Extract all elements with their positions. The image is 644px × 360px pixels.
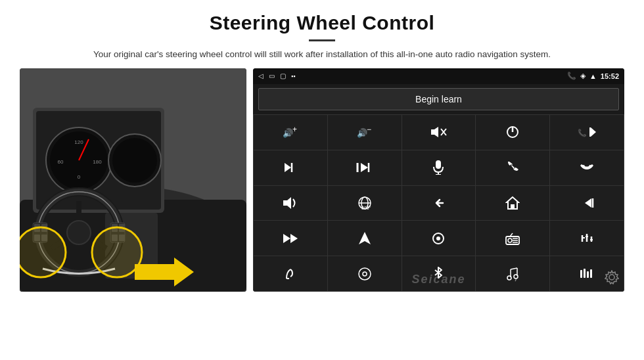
signal-bars-icon: ▪▪ — [291, 73, 295, 79]
360-view-btn[interactable]: 360° — [328, 186, 402, 221]
svg-text:−: − — [367, 125, 371, 134]
location-icon: ◈ — [580, 72, 586, 80]
svg-point-87 — [507, 276, 511, 280]
mute-btn[interactable] — [402, 115, 476, 150]
svg-rect-61 — [511, 204, 515, 209]
music-btn[interactable]: ♪ — [476, 256, 549, 291]
time-display: 15:52 — [601, 72, 619, 80]
navigate-btn[interactable] — [328, 221, 402, 256]
svg-text:180: 180 — [93, 159, 102, 165]
svg-point-70 — [508, 238, 512, 242]
page-title: Steering Wheel Control — [26, 12, 618, 34]
speaker-btn[interactable] — [254, 186, 327, 221]
settings-btn[interactable] — [328, 256, 402, 291]
title-divider — [309, 39, 335, 41]
back-nav-btn[interactable] — [402, 186, 476, 221]
status-icons-right: 📞 ◈ ▲ 15:52 — [567, 72, 619, 80]
controls-grid: 🔊+ 🔊− — [253, 114, 624, 292]
svg-rect-91 — [584, 269, 586, 278]
svg-marker-45 — [591, 127, 596, 137]
svg-marker-50 — [361, 163, 368, 172]
phone-icon: 📞 — [567, 72, 576, 80]
radio-btn[interactable] — [476, 221, 549, 256]
vol-down-btn[interactable]: 🔊− — [328, 115, 402, 150]
wifi-icon: ▲ — [589, 72, 597, 80]
prev-prev-btn[interactable] — [550, 186, 624, 221]
svg-point-82 — [359, 268, 371, 280]
phone-call-btn[interactable] — [476, 150, 549, 185]
hang-up-btn[interactable] — [550, 150, 624, 185]
svg-point-33 — [92, 227, 142, 277]
page-container: Steering Wheel Control Your original car… — [0, 0, 644, 360]
svg-marker-39 — [431, 127, 438, 137]
svg-point-32 — [20, 227, 66, 277]
content-area: 120 60 180 0 — [0, 68, 644, 360]
car-image-panel: 120 60 180 0 — [20, 68, 246, 292]
home-nav-icon: ▭ — [269, 72, 275, 79]
eq-btn[interactable] — [550, 221, 624, 256]
svg-point-13 — [112, 138, 157, 183]
fast-fwd-btn[interactable] — [254, 221, 327, 256]
status-icons-left: ◁ ▭ ▢ ▪▪ — [258, 72, 295, 79]
svg-text:60: 60 — [58, 159, 64, 165]
vol-up-btn[interactable]: 🔊+ — [254, 115, 327, 150]
svg-marker-47 — [285, 163, 291, 172]
svg-point-94 — [609, 275, 614, 280]
back-icon: ◁ — [258, 72, 264, 79]
settings-gear-icon[interactable] — [605, 270, 619, 288]
svg-point-68 — [436, 236, 440, 240]
svg-marker-66 — [359, 232, 371, 244]
svg-rect-52 — [436, 160, 441, 169]
mic-btn[interactable] — [402, 150, 476, 185]
learn-btn[interactable] — [254, 256, 327, 291]
call-prev-btn[interactable]: 📞 — [550, 115, 624, 150]
svg-marker-65 — [290, 234, 298, 243]
svg-text:+: + — [292, 125, 297, 134]
home-btn[interactable] — [476, 186, 549, 221]
svg-rect-92 — [587, 271, 589, 278]
begin-learn-row: Begin learn — [253, 84, 624, 114]
head-unit-panel: ◁ ▭ ▢ ▪▪ 📞 ◈ ▲ 15:52 Begin learn — [253, 68, 624, 292]
svg-marker-55 — [283, 197, 291, 209]
svg-text:♪: ♪ — [515, 277, 517, 281]
svg-rect-93 — [590, 269, 592, 278]
power-btn[interactable] — [476, 115, 549, 150]
svg-point-20 — [67, 221, 91, 244]
svg-marker-63 — [585, 198, 591, 208]
svg-line-84 — [511, 268, 517, 269]
next-track-btn[interactable] — [254, 150, 327, 185]
recents-icon: ▢ — [280, 72, 286, 79]
svg-text:📞: 📞 — [578, 128, 587, 137]
status-bar: ◁ ▭ ▢ ▪▪ 📞 ◈ ▲ 15:52 — [253, 68, 624, 84]
svg-point-83 — [363, 272, 367, 276]
bluetooth-btn[interactable] — [402, 256, 476, 291]
svg-rect-90 — [580, 270, 582, 278]
svg-text:0: 0 — [78, 174, 81, 180]
subtitle-text: Your original car's steering wheel contr… — [66, 48, 578, 62]
begin-learn-button[interactable]: Begin learn — [258, 88, 619, 110]
header-section: Steering Wheel Control Your original car… — [0, 0, 644, 68]
svg-text:120: 120 — [74, 139, 83, 145]
eject-btn[interactable] — [402, 221, 476, 256]
pause-next-btn[interactable] — [328, 150, 402, 185]
svg-text:360°: 360° — [361, 206, 371, 210]
svg-marker-64 — [283, 234, 290, 243]
